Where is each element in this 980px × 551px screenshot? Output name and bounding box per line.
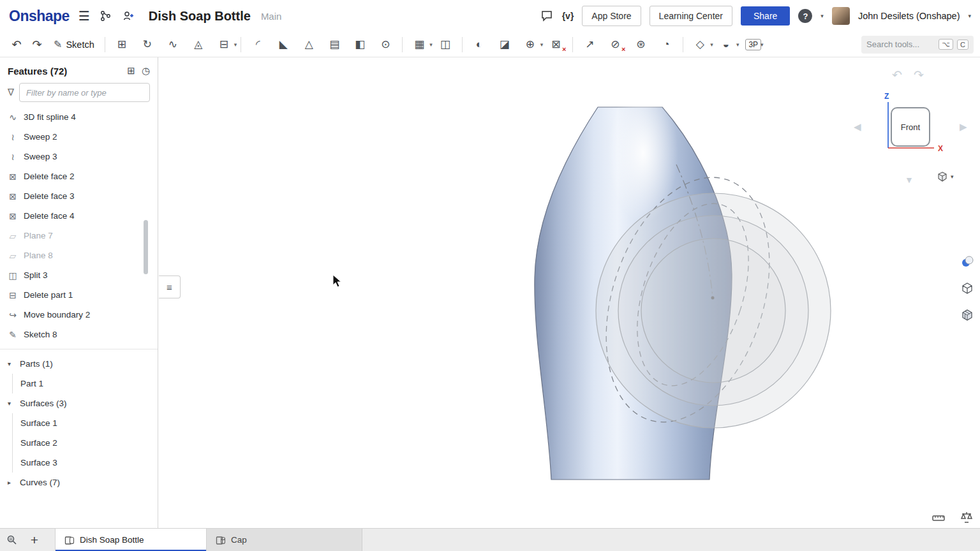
chevron-right-icon[interactable]: ▸ xyxy=(8,479,15,486)
draft-icon[interactable]: △ xyxy=(296,34,322,55)
rib-icon[interactable]: ▤ xyxy=(322,34,347,55)
named-views-control[interactable]: 3P ▾ xyxy=(745,39,763,50)
split-icon[interactable]: ◪ xyxy=(492,34,517,55)
curves-group-header[interactable]: ▸ Curves (7) xyxy=(0,473,158,492)
shell-icon[interactable]: ◧ xyxy=(347,34,373,55)
new-folder-icon[interactable]: ⊞ xyxy=(127,65,135,77)
fillet-icon[interactable]: ◜ xyxy=(245,34,271,55)
rollback-history-icon[interactable]: ◷ xyxy=(142,65,150,77)
feature-item-sweep-3[interactable]: ≀ Sweep 3 xyxy=(0,147,158,166)
view-orientation-menu[interactable]: ▾ xyxy=(937,171,954,182)
feature-item-delete-face-2[interactable]: ⊠ Delete face 2 xyxy=(0,166,158,186)
share-button[interactable]: Share xyxy=(741,6,790,26)
add-tab-button[interactable]: + xyxy=(23,529,46,551)
features-panel-toggle[interactable]: ≡ xyxy=(159,276,181,298)
filter-funnel-icon[interactable]: ∇ xyxy=(8,87,14,98)
user-name[interactable]: John Desilets (Onshape) xyxy=(858,11,960,21)
features-panel-header: Features (72) ⊞ ◷ xyxy=(0,57,158,79)
mass-properties-icon[interactable] xyxy=(958,509,975,525)
feature-item-delete-part-1[interactable]: ⊟ Delete part 1 xyxy=(0,285,158,305)
transform-icon[interactable]: ⊕ xyxy=(517,34,543,55)
rotate-view-left-icon[interactable]: ◀ xyxy=(854,121,861,133)
tab-manager-icon[interactable] xyxy=(0,529,23,551)
hole-icon[interactable]: ⊙ xyxy=(373,34,398,55)
undo-button[interactable]: ↶ xyxy=(6,34,27,55)
revolve-icon[interactable]: ↻ xyxy=(135,34,160,55)
render-options-icon[interactable] xyxy=(957,305,977,325)
versions-icon[interactable] xyxy=(99,9,113,23)
thicken-icon[interactable]: ⊟ xyxy=(211,34,237,55)
delete-part-icon[interactable]: ⊠× xyxy=(543,34,568,55)
chevron-down-icon[interactable]: ▾ xyxy=(8,360,15,367)
offset-surface-icon[interactable]: ◔ xyxy=(653,34,679,55)
parts-group-header[interactable]: ▾ Parts (1) xyxy=(0,354,158,374)
feature-label: Delete face 3 xyxy=(24,191,75,201)
feature-item-move-boundary-2[interactable]: ↪ Move boundary 2 xyxy=(0,305,158,325)
feature-item-plane-7[interactable]: ▱ Plane 7 xyxy=(0,226,158,246)
redo-button[interactable]: ↷ xyxy=(27,34,47,55)
scrollbar-thumb[interactable] xyxy=(144,220,148,274)
plane-icon[interactable]: ◇ xyxy=(687,34,713,55)
learning-center-button[interactable]: Learning Center xyxy=(650,6,732,26)
featurescript-icon[interactable]: {v} xyxy=(562,11,574,21)
onshape-logo[interactable]: Onshape xyxy=(9,8,70,25)
feature-item-delete-face-3[interactable]: ⊠ Delete face 3 xyxy=(0,186,158,206)
toolbar-separator xyxy=(683,37,683,52)
boolean-icon[interactable]: ◐ xyxy=(466,34,492,55)
loft-icon[interactable]: ◬ xyxy=(186,34,211,55)
feature-item-split-3[interactable]: ◫ Split 3 xyxy=(0,265,158,285)
view-menu-caret-icon: ▾ xyxy=(951,173,954,180)
list-item-surface-2[interactable]: Surface 2 xyxy=(13,433,158,453)
main-menu-icon[interactable]: ☰ xyxy=(78,8,90,24)
feature-item-sketch-8[interactable]: ✎ Sketch 8 xyxy=(0,325,158,344)
feature-item-delete-face-4[interactable]: ⊠ Delete face 4 xyxy=(0,206,158,226)
panel-toggle-icon: ≡ xyxy=(167,282,172,293)
sweep-icon[interactable]: ∿ xyxy=(160,34,186,55)
comment-icon[interactable] xyxy=(540,9,554,23)
delete-face-icon[interactable]: ⊘× xyxy=(602,34,628,55)
linear-pattern-icon[interactable]: ▦ xyxy=(406,34,432,55)
chevron-down-icon[interactable]: ▾ xyxy=(8,400,15,407)
user-menu-caret-icon[interactable]: ▾ xyxy=(968,13,971,19)
display-style-icon[interactable] xyxy=(957,278,977,298)
view-cube-label: Front xyxy=(901,122,920,132)
filter-input[interactable] xyxy=(19,83,150,102)
feature-label: Sketch 8 xyxy=(24,330,57,339)
follow-mode-icon[interactable] xyxy=(122,9,136,23)
list-item-surface-3[interactable]: Surface 3 xyxy=(13,453,158,473)
replace-face-icon[interactable]: ⊛ xyxy=(628,34,653,55)
chamfer-icon[interactable]: ◣ xyxy=(271,34,296,55)
sketch-button[interactable]: ✎ Sketch xyxy=(47,38,101,50)
mirror-icon[interactable]: ◫ xyxy=(433,34,458,55)
rotate-left-icon[interactable]: ↶ xyxy=(892,68,902,82)
x-axis-label: X xyxy=(938,144,943,153)
app-store-button[interactable]: App Store xyxy=(582,6,641,26)
features-scrollbar[interactable] xyxy=(144,108,148,349)
tab-cap[interactable]: Cap xyxy=(207,529,362,551)
feature-item-sweep-2[interactable]: ≀ Sweep 2 xyxy=(0,127,158,147)
feature-item-plane-8[interactable]: ▱ Plane 8 xyxy=(0,246,158,265)
rotate-right-icon[interactable]: ↷ xyxy=(914,68,924,82)
move-face-icon[interactable]: ↗ xyxy=(577,34,602,55)
rotate-view-right-icon[interactable]: ▶ xyxy=(960,121,967,133)
feature-label: Delete part 1 xyxy=(24,290,73,300)
search-tools-input[interactable]: Search tools... ⌥ C xyxy=(861,36,974,54)
measure-icon[interactable] xyxy=(930,509,947,525)
help-caret-icon[interactable]: ▾ xyxy=(820,13,824,19)
rotate-view-down-icon[interactable]: ▼ xyxy=(905,175,914,185)
tab-dish-soap-bottle[interactable]: Dish Soap Bottle xyxy=(55,529,207,551)
appearance-icon[interactable] xyxy=(957,251,977,272)
surfaces-group-header[interactable]: ▾ Surfaces (3) xyxy=(0,393,158,413)
app-header: Onshape ☰ Dish Soap Bottle Main {v} App … xyxy=(0,0,980,32)
user-avatar[interactable] xyxy=(832,7,850,25)
feature-label: Move boundary 2 xyxy=(24,310,90,320)
section-icon[interactable]: ◒ xyxy=(713,34,739,55)
feature-item-3d-fit-spline-4[interactable]: ∿ 3D fit spline 4 xyxy=(0,107,158,127)
view-cube-front-face[interactable]: Front xyxy=(891,107,930,147)
extrude-icon[interactable]: ⊞ xyxy=(109,34,135,55)
list-item-surface-1[interactable]: Surface 1 xyxy=(13,413,158,433)
help-icon[interactable]: ? xyxy=(798,9,812,23)
workspace-name[interactable]: Main xyxy=(261,11,282,22)
list-item-part-1[interactable]: Part 1 xyxy=(13,374,158,393)
z-axis-label: Z xyxy=(884,92,889,101)
